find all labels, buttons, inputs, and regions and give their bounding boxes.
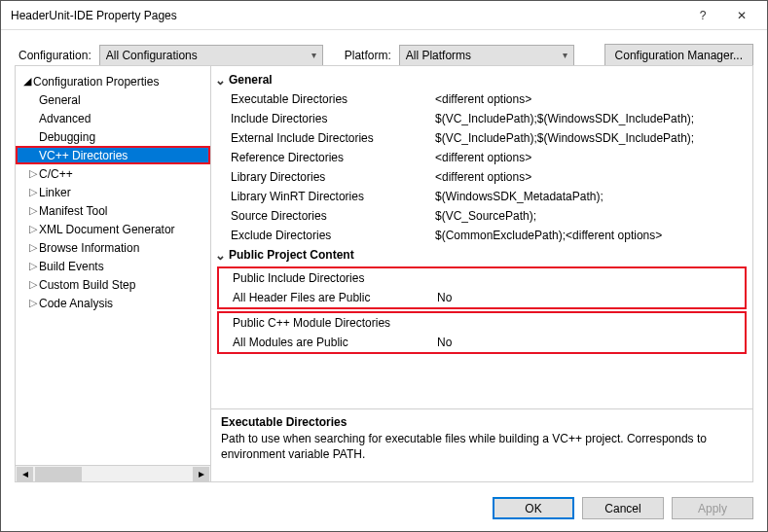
- description-title: Executable Directories: [221, 415, 743, 429]
- tree-item[interactable]: ▷Linker: [16, 183, 210, 201]
- category-label: Public Project Content: [229, 248, 354, 262]
- property-value[interactable]: <different options>: [435, 170, 752, 184]
- tree-root[interactable]: ◢ Configuration Properties: [16, 72, 210, 90]
- property-name: Reference Directories: [231, 151, 435, 164]
- chevron-right-icon: ▷: [27, 297, 39, 309]
- chevron-down-icon: ▾: [563, 50, 567, 60]
- apply-button[interactable]: Apply: [672, 497, 753, 519]
- ok-button[interactable]: OK: [493, 497, 574, 519]
- property-name: All Header Files are Public: [233, 291, 437, 304]
- property-row[interactable]: Library WinRT Directories$(WindowsSDK_Me…: [211, 187, 752, 206]
- chevron-down-icon: ⌄: [215, 248, 229, 263]
- tree-h-scrollbar[interactable]: ◂ ▸: [16, 465, 210, 481]
- property-value[interactable]: $(CommonExcludePath);<different options>: [435, 229, 752, 242]
- tree-item-label: Code Analysis: [39, 297, 113, 310]
- property-value[interactable]: <different options>: [435, 151, 752, 164]
- property-value[interactable]: $(VC_SourcePath);: [435, 209, 752, 223]
- tree-item-label: XML Document Generator: [39, 223, 175, 236]
- scroll-thumb[interactable]: [35, 467, 82, 481]
- config-label: Configuration:: [18, 49, 91, 62]
- property-value[interactable]: No: [437, 291, 745, 304]
- highlighted-group: Public C++ Module DirectoriesAll Modules…: [217, 311, 747, 354]
- property-name: Public Include Directories: [233, 271, 437, 285]
- tree-item[interactable]: ▷Code Analysis: [16, 294, 210, 312]
- close-button[interactable]: ✕: [722, 3, 761, 28]
- property-value[interactable]: $(VC_IncludePath);$(WindowsSDK_IncludePa…: [435, 112, 752, 125]
- property-value[interactable]: $(WindowsSDK_MetadataPath);: [435, 190, 752, 203]
- description-text: Path to use when searching for executabl…: [221, 431, 743, 462]
- tree-item[interactable]: Advanced: [16, 109, 210, 127]
- config-dropdown[interactable]: All Configurations ▾: [99, 45, 323, 66]
- scroll-right-icon[interactable]: ▸: [193, 467, 209, 481]
- property-row[interactable]: Public C++ Module Directories: [219, 313, 745, 333]
- highlighted-group: Public Include DirectoriesAll Header Fil…: [217, 266, 747, 309]
- tree-root-label: Configuration Properties: [33, 75, 159, 89]
- titlebar: HeaderUnit-IDE Property Pages ? ✕: [1, 1, 767, 30]
- property-row[interactable]: Public Include Directories: [219, 268, 745, 288]
- tree-item[interactable]: Debugging: [16, 127, 210, 146]
- tree-item[interactable]: ▷Build Events: [16, 257, 210, 275]
- category-row[interactable]: ⌄Public Project Content: [211, 245, 752, 265]
- dialog-buttons: OK Cancel Apply: [493, 497, 753, 519]
- property-name: Executable Directories: [231, 92, 435, 106]
- close-icon: ✕: [737, 9, 747, 22]
- property-row[interactable]: Include Directories$(VC_IncludePath);$(W…: [211, 109, 752, 128]
- cancel-button[interactable]: Cancel: [582, 497, 664, 519]
- property-row[interactable]: All Header Files are PublicNo: [219, 288, 745, 307]
- tree-item-label: Browse Information: [39, 241, 139, 255]
- tree-item-label: C/C++: [39, 167, 73, 181]
- property-name: Library Directories: [231, 170, 435, 184]
- tree-item-label: Linker: [39, 186, 71, 199]
- chevron-right-icon: ▷: [27, 167, 39, 180]
- property-value[interactable]: <different options>: [435, 92, 752, 106]
- property-name: Exclude Directories: [231, 229, 435, 242]
- chevron-right-icon: ▷: [27, 260, 39, 272]
- main-frame: ◢ Configuration Properties GeneralAdvanc…: [15, 65, 753, 482]
- tree-item[interactable]: ▷C/C++: [16, 164, 210, 183]
- property-name: Source Directories: [231, 209, 435, 223]
- scroll-left-icon[interactable]: ◂: [17, 467, 33, 481]
- category-row[interactable]: ⌄General: [211, 70, 752, 89]
- property-grid[interactable]: ⌄GeneralExecutable Directories<different…: [211, 66, 752, 409]
- chevron-right-icon: ▷: [27, 186, 39, 198]
- help-icon: ?: [700, 9, 707, 22]
- configuration-manager-button[interactable]: Configuration Manager...: [604, 44, 753, 66]
- chevron-right-icon: ▷: [27, 223, 39, 235]
- chevron-right-icon: ▷: [27, 241, 39, 254]
- tree-item[interactable]: ▷XML Document Generator: [16, 220, 210, 238]
- config-value: All Configurations: [106, 49, 198, 62]
- tree-item[interactable]: General: [16, 90, 210, 109]
- tree-item[interactable]: ▷Custom Build Step: [16, 275, 210, 294]
- tree-panel: ◢ Configuration Properties GeneralAdvanc…: [16, 66, 210, 481]
- property-row[interactable]: Library Directories<different options>: [211, 167, 752, 187]
- tree-item-label: Manifest Tool: [39, 204, 107, 218]
- tree-item-label: Build Events: [39, 260, 104, 273]
- property-panel: ⌄GeneralExecutable Directories<different…: [210, 66, 752, 481]
- chevron-right-icon: ▷: [27, 204, 39, 217]
- property-value[interactable]: No: [437, 336, 745, 349]
- tree[interactable]: ◢ Configuration Properties GeneralAdvanc…: [16, 66, 210, 465]
- property-row[interactable]: All Modules are PublicNo: [219, 333, 745, 352]
- property-name: All Modules are Public: [233, 336, 437, 349]
- chevron-down-icon: ⌄: [215, 73, 229, 88]
- tree-item[interactable]: VC++ Directories: [16, 146, 210, 164]
- property-row[interactable]: Reference Directories<different options>: [211, 148, 752, 167]
- property-row[interactable]: Executable Directories<different options…: [211, 89, 752, 109]
- help-button[interactable]: ?: [683, 3, 722, 28]
- platform-value: All Platforms: [406, 49, 471, 62]
- property-name: External Include Directories: [231, 131, 435, 145]
- tree-item[interactable]: ▷Manifest Tool: [16, 201, 210, 220]
- tree-item-label: General: [39, 93, 81, 107]
- platform-dropdown[interactable]: All Platforms ▾: [399, 45, 574, 66]
- property-name: Include Directories: [231, 112, 435, 125]
- tree-item[interactable]: ▷Browse Information: [16, 238, 210, 257]
- chevron-right-icon: ▷: [27, 278, 39, 291]
- property-value[interactable]: $(VC_IncludePath);$(WindowsSDK_IncludePa…: [435, 131, 752, 145]
- property-name: Public C++ Module Directories: [233, 316, 437, 330]
- tree-item-label: Advanced: [39, 112, 91, 125]
- property-row[interactable]: External Include Directories$(VC_Include…: [211, 128, 752, 148]
- property-row[interactable]: Exclude Directories$(CommonExcludePath);…: [211, 226, 752, 245]
- category-label: General: [229, 73, 273, 87]
- property-row[interactable]: Source Directories$(VC_SourcePath);: [211, 206, 752, 226]
- chevron-down-icon: ◢: [21, 75, 33, 88]
